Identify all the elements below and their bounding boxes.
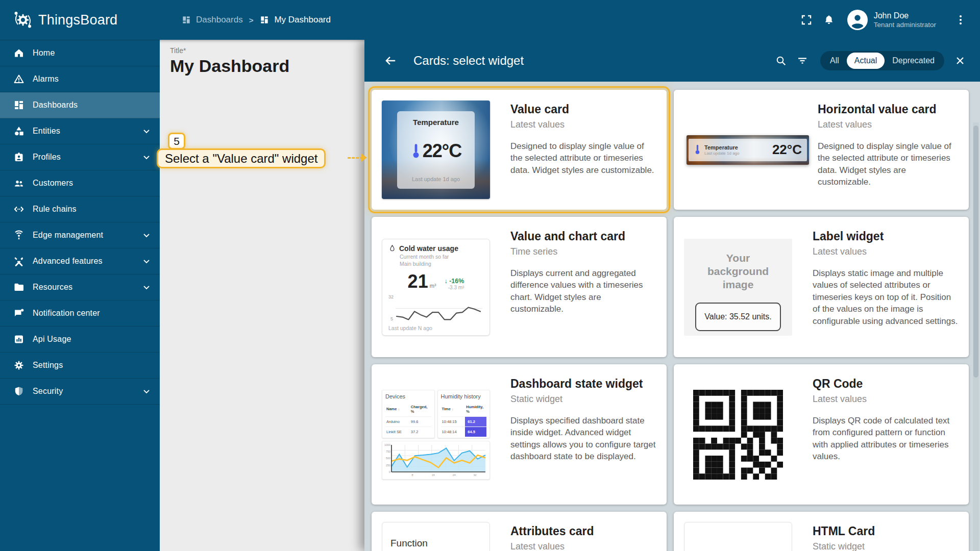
user-menu[interactable]: John Doe Tenant administrator — [874, 11, 936, 30]
filter-chip-all[interactable]: All — [822, 53, 847, 69]
filter-chip-deprecated[interactable]: Deprecated — [885, 53, 942, 69]
thermometer-icon — [410, 143, 422, 159]
value-card-preview-image: Temperature 22°C Last update 1d ago — [382, 101, 490, 199]
widget-title: Value card — [510, 103, 656, 116]
svg-text:250: 250 — [386, 463, 390, 466]
tour-connector-line — [348, 157, 363, 159]
sidebar-item-api-usage[interactable]: Api Usage — [0, 327, 160, 353]
widget-card-dashboard-state-widget[interactable]: Devices Name↓ Charged, % Arduino 99.6 Li… — [372, 364, 667, 505]
thingsboard-logo[interactable]: ThingsBoard — [0, 9, 160, 31]
chevron-down-icon — [141, 386, 152, 396]
sidebar-item-edge-management[interactable]: Edge management — [0, 222, 160, 248]
widget-card-label-widget[interactable]: Your background image Value: 35.52 units… — [674, 217, 969, 357]
sidebar-item-security[interactable]: Security — [0, 379, 160, 405]
tour-step-badge: 5 — [168, 133, 185, 149]
arrow-back-icon — [384, 54, 397, 67]
widget-title: Horizontal value card — [818, 103, 959, 116]
widget-description: Displays current and aggregated differen… — [510, 267, 656, 315]
breadcrumb-my-dashboard[interactable]: My Dashboard — [259, 15, 331, 25]
devices-mini-table: Devices Name↓ Charged, % Arduino 99.6 Li… — [382, 390, 435, 438]
svg-text:16: 16 — [432, 473, 435, 477]
sidebar-item-customers[interactable]: Customers — [0, 170, 160, 196]
gear-icon — [13, 359, 25, 371]
sidebar-item-alarms[interactable]: Alarms — [0, 66, 160, 92]
svg-text:500: 500 — [386, 457, 390, 460]
widget-filter-toggle: All Actual Deprecated — [820, 51, 944, 70]
sidebar-nav: Home Alarms Dashboards Entities Profiles — [0, 40, 160, 551]
avatar[interactable] — [847, 10, 868, 30]
close-dialog-button[interactable] — [949, 50, 971, 71]
delta-percent: ↓ -16% — [444, 278, 464, 285]
value-chart-card-preview-image: Cold water usage Current month so far Ma… — [382, 239, 490, 336]
widget-card-horizontal-value-card[interactable]: Temperature Last update 1d ago 22°C Hori… — [674, 90, 969, 210]
topbar-actions: John Doe Tenant administrator — [795, 9, 980, 31]
widget-title: Dashboard state widget — [510, 377, 656, 391]
app-title: ThingsBoard — [38, 12, 117, 28]
sidebar-item-dashboards[interactable]: Dashboards — [0, 92, 160, 118]
widget-card-value-and-chart-card[interactable]: Cold water usage Current month so far Ma… — [372, 217, 667, 357]
more-menu-button[interactable] — [949, 9, 972, 31]
profiles-badge-icon — [13, 151, 25, 163]
filter-button[interactable] — [792, 50, 813, 71]
bell-icon — [823, 14, 835, 26]
shield-icon — [13, 385, 25, 397]
thingsboard-logo-icon — [12, 9, 34, 31]
breadcrumb-dashboards[interactable]: Dashboards — [181, 15, 243, 25]
sidebar-item-profiles[interactable]: Profiles — [0, 144, 160, 170]
sidebar-item-entities[interactable]: Entities — [0, 118, 160, 144]
sidebar-item-rule-chains[interactable]: Rule chains — [0, 196, 160, 222]
back-button[interactable] — [380, 50, 401, 71]
widget-description: Designed to display single value of the … — [510, 140, 656, 176]
horizontal-value-card-preview-image: Temperature Last update 1d ago 22°C — [687, 135, 809, 165]
dialog-title: Cards: select widget — [413, 54, 524, 68]
sidebar-item-settings[interactable]: Settings — [0, 353, 160, 379]
breadcrumb: Dashboards > My Dashboard — [181, 15, 331, 25]
chevron-down-icon — [141, 152, 152, 162]
notification-bubble-icon — [13, 307, 25, 319]
tools-icon — [13, 255, 25, 267]
user-icon — [847, 10, 868, 30]
widget-card-html-card[interactable]: HTML Card Static widget — [674, 512, 969, 551]
chevron-down-icon — [141, 282, 152, 292]
sidebar-item-resources[interactable]: Resources — [0, 274, 160, 300]
widget-description: Displays static image and multiple value… — [813, 267, 959, 327]
widget-type: Static widget — [510, 394, 656, 405]
svg-text:0: 0 — [389, 470, 390, 473]
folder-icon — [13, 281, 25, 293]
state-mini-chart: 100075050025008162432 — [382, 441, 490, 480]
svg-text:8: 8 — [411, 473, 413, 477]
chevron-down-icon — [141, 230, 152, 240]
dashboard-title-input[interactable]: My Dashboard — [170, 56, 364, 76]
filter-chip-actual[interactable]: Actual — [847, 53, 885, 69]
home-icon — [13, 47, 25, 59]
search-button[interactable] — [770, 50, 792, 71]
chevron-down-icon — [141, 126, 152, 136]
filter-icon — [796, 55, 808, 67]
svg-text:750: 750 — [386, 450, 390, 453]
widget-card-attributes-card[interactable]: Function Attributes card Latest values — [372, 512, 667, 551]
widget-description: Displays QR code of calculated text from… — [813, 415, 959, 463]
edge-antenna-icon — [13, 229, 25, 241]
dashboard-icon — [259, 15, 270, 25]
kebab-icon — [955, 14, 966, 26]
notifications-button[interactable] — [818, 9, 840, 31]
sidebar-item-advanced-features[interactable]: Advanced features — [0, 248, 160, 274]
tour-connector-arrow — [361, 154, 371, 162]
widget-card-qr-code[interactable]: QR Code Latest values Displays QR code o… — [674, 364, 969, 505]
thermometer-icon — [694, 144, 701, 155]
widget-card-value-card[interactable]: Temperature 22°C Last update 1d ago — [372, 90, 667, 210]
dashboard-state-preview-image: Devices Name↓ Charged, % Arduino 99.6 Li… — [382, 390, 490, 480]
breadcrumb-parent-label: Dashboards — [196, 15, 243, 25]
widget-type: Latest values — [510, 119, 656, 130]
widget-type: Latest values — [818, 119, 959, 130]
dialog-scrollbar-thumb[interactable] — [973, 126, 978, 378]
fullscreen-button[interactable] — [795, 9, 818, 31]
qr-code-preview-image — [693, 390, 783, 480]
svg-text:32: 32 — [474, 473, 477, 477]
widget-type: Latest values — [510, 541, 656, 551]
breadcrumb-separator: > — [249, 16, 254, 24]
customers-people-icon — [13, 177, 25, 189]
humidity-mini-table: Humidity history Time↓ Humidity, % 10:48… — [437, 390, 491, 438]
sidebar-item-notification-center[interactable]: Notification center — [0, 300, 160, 327]
sidebar-item-home[interactable]: Home — [0, 40, 160, 66]
